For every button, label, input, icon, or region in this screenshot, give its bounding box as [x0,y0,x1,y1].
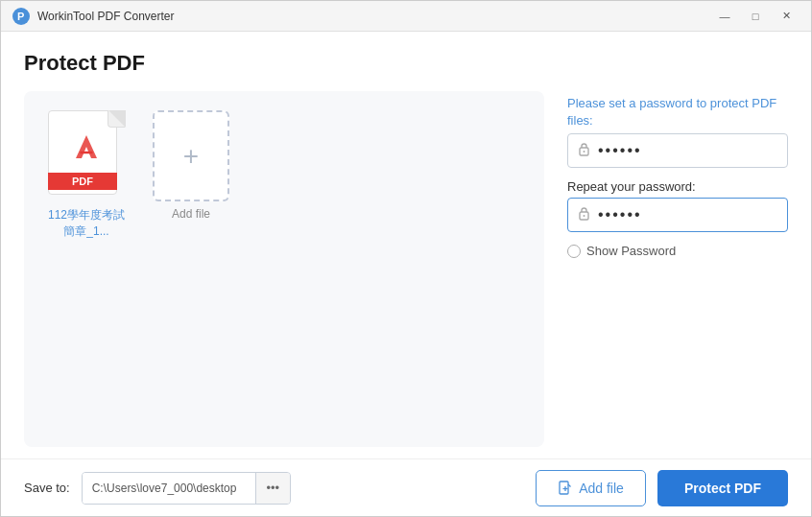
repeat-password-section: Repeat your password: [567,179,788,232]
password-input-wrap [567,133,788,168]
file-area: PDF 112學年度考試簡章_1... + Add file [24,91,544,447]
lock-icon-repeat [578,206,590,223]
save-path-wrap: ••• [82,472,291,505]
save-to-label: Save to: [24,481,70,495]
add-file-btn-icon [558,481,573,496]
pdf-corner-fold [107,110,125,128]
add-file-button[interactable]: Add file [536,470,646,506]
password-section: Please set a password to protect PDF fil… [567,95,788,168]
app-logo: P [12,8,30,25]
window-controls: — □ ✕ [711,7,800,26]
repeat-password-input[interactable] [598,206,790,223]
save-path-input[interactable] [83,473,255,504]
page-title: Protect PDF [24,51,788,76]
maximize-button[interactable]: □ [742,7,769,26]
file-item[interactable]: PDF 112學年度考試簡章_1... [43,110,130,240]
add-file-label: Add file [172,207,210,221]
lock-icon [578,142,590,159]
app-title: WorkinTool PDF Converter [37,10,711,23]
add-file-drop-zone[interactable]: + [153,110,229,201]
password-input[interactable] [598,142,790,159]
svg-point-5 [584,215,585,217]
show-password-row[interactable]: Show Password [567,244,788,258]
protect-pdf-button[interactable]: Protect PDF [657,470,788,506]
close-button[interactable]: ✕ [773,7,800,26]
main-content: Protect PDF [1,32,811,447]
titlebar: P WorkinTool PDF Converter — □ ✕ [1,1,811,32]
add-file-item[interactable]: + Add file [153,110,229,221]
browse-button[interactable]: ••• [255,473,290,504]
show-password-radio[interactable] [567,245,581,258]
repeat-password-label: Repeat your password: [567,179,788,194]
pdf-file-icon: PDF [48,110,125,201]
password-label: Please set a password to protect PDF fil… [567,95,788,129]
minimize-button[interactable]: — [711,7,738,26]
svg-text:P: P [17,11,24,22]
file-name: 112學年度考試簡章_1... [43,207,130,240]
content-area: PDF 112學年度考試簡章_1... + Add file Please se… [24,91,788,447]
repeat-password-wrap [567,198,788,232]
footer: Save to: ••• Add file Protect PDF [1,458,811,516]
show-password-label: Show Password [586,244,676,258]
right-panel: Please set a password to protect PDF fil… [567,91,788,447]
svg-rect-6 [560,482,568,494]
acrobat-symbol [70,131,103,171]
svg-point-3 [584,151,585,153]
pdf-label-badge: PDF [48,173,117,190]
add-file-plus-icon: + [183,141,199,172]
add-file-btn-label: Add file [579,481,624,496]
file-icon-wrap: PDF [48,110,125,201]
